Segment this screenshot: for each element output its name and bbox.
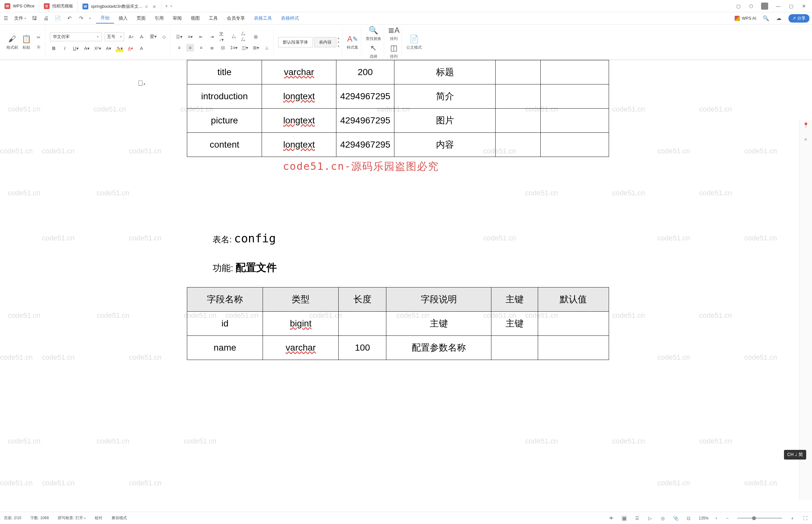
underline-button[interactable]: U▾ (72, 45, 80, 52)
font-name-select[interactable]: 华文仿宋 ▾ (50, 32, 101, 41)
chevron-down-icon[interactable]: ▾ (170, 4, 172, 8)
spell-check-status[interactable]: 拼写检查: 打开 ▾ (58, 515, 86, 521)
zoom-chevron-icon[interactable]: ▾ (716, 517, 717, 520)
text-effects-button[interactable]: A▾ (105, 45, 113, 52)
cloud-icon[interactable]: ☁ (776, 15, 782, 21)
align-right-button[interactable]: ≡ (197, 44, 205, 52)
attach-icon[interactable]: 📎 (673, 515, 679, 521)
style-down-icon[interactable]: ▾ (338, 40, 339, 44)
shading-para-button[interactable]: ◫▾ (241, 44, 249, 52)
maximize-icon[interactable]: ▢ (788, 3, 794, 9)
share-button[interactable]: ↗ 分享 (789, 14, 809, 22)
arrange1-button[interactable]: ≣A 排列 (388, 25, 399, 42)
close-icon[interactable]: ✕ (801, 3, 807, 9)
increase-font-button[interactable]: A+ (127, 33, 135, 40)
menu-insert[interactable]: 插入 (114, 14, 132, 23)
shading-button[interactable]: A (137, 45, 145, 52)
cut-button[interactable]: ✂ (35, 33, 43, 41)
paste-button[interactable]: 📋 粘贴 (21, 34, 32, 50)
align-center-button[interactable]: ≡ (186, 44, 194, 52)
tab-close-icon[interactable]: ✕ (152, 4, 157, 9)
chevron-down-icon[interactable]: ▾ (24, 17, 26, 20)
redo-icon[interactable]: ↷ (78, 15, 84, 21)
new-tab-button[interactable]: + ▾ (162, 1, 175, 11)
line-spacing-button[interactable]: ‡≡▾ (230, 44, 238, 52)
decrease-indent-button[interactable]: ⇤ (197, 33, 205, 40)
asian-layout-button[interactable]: 厶 (230, 33, 238, 40)
zoom-out-icon[interactable]: − (724, 515, 730, 521)
preview-icon[interactable]: 📄 (54, 15, 61, 21)
document-area[interactable]: code51.cn code51.cn code51.cn code51.cn … (0, 60, 812, 512)
tab-daoke[interactable]: D 找稻壳模板 (39, 1, 78, 11)
bullets-button[interactable]: ☰▾ (175, 33, 183, 40)
word-count[interactable]: 字数: 1068 (30, 515, 49, 521)
distribute-button[interactable]: ⊟ (219, 44, 227, 52)
style-up-icon[interactable]: ▴ (338, 36, 339, 39)
table-header-row[interactable]: 字段名称 类型 长度 字段说明 主键 默认值 (187, 288, 609, 312)
file-menu[interactable]: 文件 (14, 15, 23, 21)
table-row[interactable]: picture longtext 4294967295 图片 (187, 109, 609, 133)
format-painter-button[interactable]: 🖌 格式刷 (6, 34, 18, 50)
copy-button[interactable]: ⎘ (35, 43, 43, 51)
table-row[interactable]: id bigint 主键 主键 (187, 312, 609, 336)
tab-screen-icon[interactable]: ⎚ (145, 4, 150, 9)
table-row[interactable]: introduction longtext 4294967295 简介 (187, 84, 609, 109)
wps-ai-button[interactable]: WPS AI (735, 16, 756, 21)
tab-wps-office[interactable]: W WPS Office (0, 1, 39, 11)
menu-table-tools[interactable]: 表格工具 (249, 14, 277, 23)
reading-icon[interactable]: ▷ (647, 515, 653, 521)
zoom-value[interactable]: 135% (699, 516, 709, 521)
styleset-button[interactable]: A✎ 样式集 (347, 34, 358, 50)
decrease-font-button[interactable]: A- (138, 33, 146, 40)
ime-indicator[interactable]: CH ♩ 简 (784, 450, 806, 460)
hamburger-icon[interactable]: ☰ (3, 15, 9, 21)
strikethrough-button[interactable]: A̶▾ (83, 45, 90, 52)
avatar-icon[interactable] (761, 3, 768, 10)
asian-typeset-button[interactable]: ⊞ (252, 33, 260, 40)
print-icon[interactable]: 🖨 (43, 15, 49, 21)
page-indicator[interactable]: 页面: 2/10 (4, 515, 21, 521)
table-row[interactable]: name varchar 100 配置参数名称 (187, 336, 609, 360)
zoom-slider[interactable] (737, 518, 782, 519)
menu-page[interactable]: 页面 (132, 14, 150, 23)
cube-icon[interactable]: ⬡ (748, 3, 754, 9)
style-more-icon[interactable]: ▾ (338, 45, 339, 48)
zoom-in-icon[interactable]: + (790, 515, 795, 521)
fit-width-icon[interactable]: ⊡ (686, 515, 692, 521)
save-icon[interactable]: 🖫 (31, 15, 38, 21)
numbering-button[interactable]: ≡▾ (186, 33, 194, 40)
style-default-para[interactable]: 默认段落字体 (278, 37, 313, 47)
print-layout-icon[interactable]: ▦ (621, 515, 627, 521)
superscript-button[interactable]: X²▾ (94, 45, 101, 52)
compat-mode[interactable]: 兼容模式 (112, 515, 127, 521)
fullscreen-icon[interactable]: ⛶ (802, 515, 808, 521)
borders-button[interactable]: ⊞▾ (252, 44, 260, 52)
change-case-button[interactable]: 愛▾ (149, 33, 157, 40)
menu-reference[interactable]: 引用 (150, 14, 168, 23)
italic-button[interactable]: I (61, 45, 69, 52)
collapse-icon[interactable]: « (803, 136, 809, 143)
chevron-down-icon[interactable]: ▾ (89, 17, 91, 20)
outline-icon[interactable]: ☰ (634, 515, 640, 521)
arrange2-button[interactable]: ◫ 排列 (388, 43, 399, 59)
menu-table-style[interactable]: 表格样式 (277, 14, 303, 23)
asian-layout2-button[interactable]: 厶厶 (241, 33, 249, 40)
align-left-button[interactable]: ≡ (175, 44, 183, 52)
tabs-button[interactable]: ⊥ (263, 44, 271, 52)
undo-icon[interactable]: ↶ (66, 15, 72, 21)
table-row[interactable]: content longtext 4294967295 内容 (187, 133, 609, 157)
menu-view[interactable]: 视图 (186, 14, 204, 23)
find-replace-button[interactable]: 🔍 查找替换 (366, 25, 381, 42)
layout-icon[interactable]: ▢ (735, 3, 741, 9)
select-button[interactable]: ↖ 选择 (368, 43, 379, 59)
menu-tools[interactable]: 工具 (204, 14, 222, 23)
schema-table-2[interactable]: 字段名称 类型 长度 字段说明 主键 默认值 id bigint 主键 主键 n… (187, 287, 609, 360)
bold-button[interactable]: B (50, 45, 58, 52)
align-justify-button[interactable]: ≣ (208, 44, 216, 52)
clear-format-button[interactable]: ◇ (160, 33, 168, 40)
style-table-content[interactable]: 表内容 (314, 37, 336, 47)
focus-icon[interactable]: ◎ (660, 515, 666, 521)
menu-member[interactable]: 会员专享 (222, 14, 249, 23)
schema-table-1[interactable]: title varchar 200 标题 introduction longte… (187, 60, 609, 157)
increase-indent-button[interactable]: ⇥ (208, 33, 216, 40)
